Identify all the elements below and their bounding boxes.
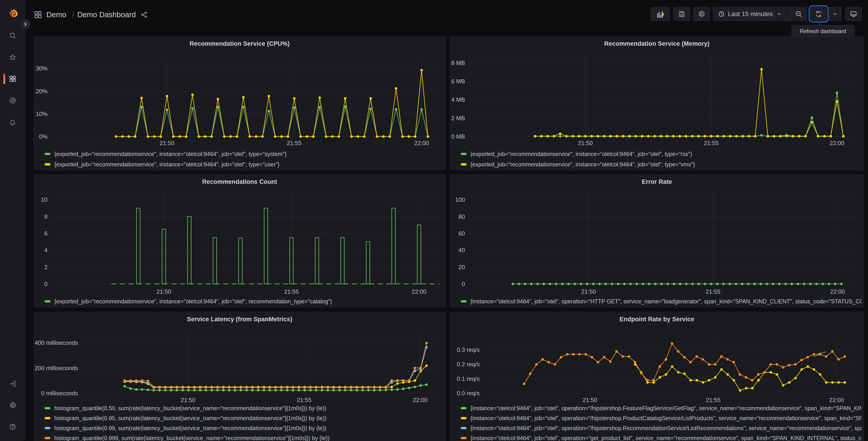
svg-text:6 MB: 6 MB xyxy=(451,78,465,85)
svg-text:0 MB: 0 MB xyxy=(451,133,465,140)
svg-text:100: 100 xyxy=(455,196,465,203)
svg-text:0.1 req/s: 0.1 req/s xyxy=(457,375,480,382)
svg-text:10%: 10% xyxy=(36,111,48,117)
svg-text:22:00: 22:00 xyxy=(414,140,429,146)
svg-text:21:55: 21:55 xyxy=(704,140,718,146)
svg-text:60: 60 xyxy=(459,230,465,237)
svg-text:21:55: 21:55 xyxy=(284,288,299,295)
svg-text:22:00: 22:00 xyxy=(412,288,426,295)
svg-text:2: 2 xyxy=(44,264,48,270)
svg-text:21:55: 21:55 xyxy=(287,140,301,146)
svg-text:21:50: 21:50 xyxy=(156,288,171,295)
svg-text:21:50: 21:50 xyxy=(181,396,195,404)
svg-text:10: 10 xyxy=(41,196,48,203)
svg-text:0: 0 xyxy=(44,281,48,287)
svg-text:21:55: 21:55 xyxy=(297,396,311,404)
svg-text:0 milliseconds: 0 milliseconds xyxy=(41,390,78,396)
svg-text:4: 4 xyxy=(44,247,48,254)
svg-text:21:50: 21:50 xyxy=(578,140,593,146)
svg-text:21:50: 21:50 xyxy=(159,140,174,146)
svg-text:20: 20 xyxy=(459,264,465,270)
svg-text:22:00: 22:00 xyxy=(830,140,844,146)
svg-text:40: 40 xyxy=(459,247,465,254)
svg-text:22:00: 22:00 xyxy=(829,396,844,404)
svg-text:6: 6 xyxy=(44,230,48,237)
svg-text:21:55: 21:55 xyxy=(706,288,720,295)
svg-text:200 milliseconds: 200 milliseconds xyxy=(35,365,78,372)
svg-text:0.2 req/s: 0.2 req/s xyxy=(457,361,480,368)
svg-text:80: 80 xyxy=(459,213,465,220)
svg-text:22:00: 22:00 xyxy=(830,288,845,295)
svg-text:21:50: 21:50 xyxy=(583,396,597,404)
svg-text:400 milliseconds: 400 milliseconds xyxy=(35,340,78,346)
svg-text:0: 0 xyxy=(462,281,465,287)
svg-text:20%: 20% xyxy=(36,88,48,95)
svg-text:8 MB: 8 MB xyxy=(451,60,465,66)
svg-text:21:55: 21:55 xyxy=(706,396,720,404)
svg-text:30%: 30% xyxy=(36,65,48,72)
svg-text:22:00: 22:00 xyxy=(413,396,428,404)
svg-text:8: 8 xyxy=(44,213,48,220)
svg-text:21:50: 21:50 xyxy=(581,288,596,295)
svg-text:2 MB: 2 MB xyxy=(451,115,465,122)
svg-text:0.0 req/s: 0.0 req/s xyxy=(457,390,480,396)
svg-text:4 MB: 4 MB xyxy=(451,96,465,103)
svg-text:0%: 0% xyxy=(39,133,48,140)
svg-text:0.3 req/s: 0.3 req/s xyxy=(457,346,480,353)
